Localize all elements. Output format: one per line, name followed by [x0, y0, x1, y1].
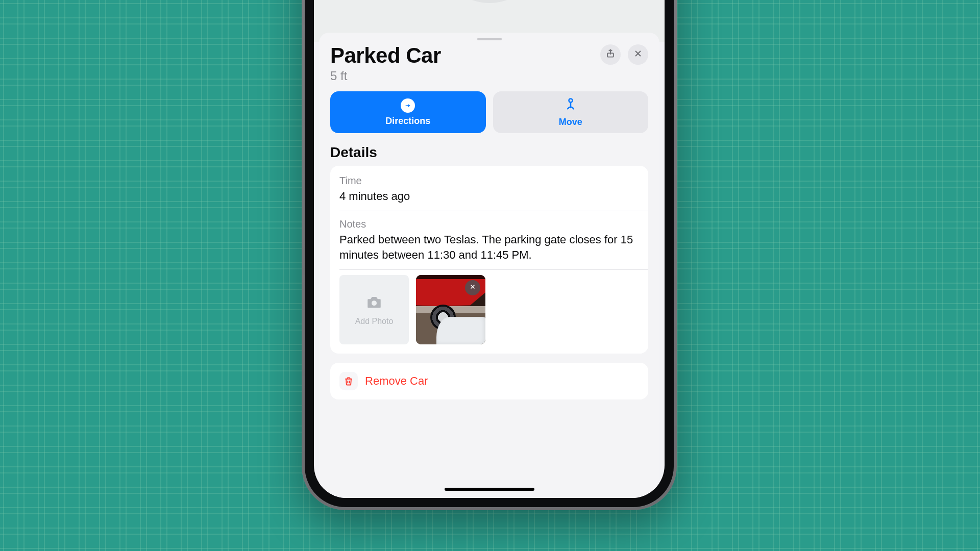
phone-screen: Parked Car 5 ft	[314, 0, 665, 498]
share-icon	[605, 48, 616, 61]
action-buttons-row: Directions Move	[319, 88, 659, 140]
close-icon	[633, 48, 643, 61]
directions-button[interactable]: Directions	[330, 91, 486, 133]
remove-car-button[interactable]: Remove Car	[330, 363, 648, 399]
trash-icon	[339, 372, 358, 390]
photo-content	[436, 317, 485, 344]
sheet-header: Parked Car 5 ft	[319, 43, 659, 88]
phone-frame: Parked Car 5 ft	[302, 0, 677, 510]
directions-label: Directions	[385, 116, 430, 127]
svg-point-2	[372, 301, 377, 306]
share-button[interactable]	[600, 44, 621, 65]
time-row: Time 4 minutes ago	[330, 168, 648, 211]
directions-icon	[401, 98, 415, 113]
move-label: Move	[559, 117, 582, 128]
move-pin-icon	[564, 97, 578, 114]
header-actions	[600, 44, 648, 65]
close-icon	[469, 283, 476, 292]
time-value: 4 minutes ago	[339, 189, 639, 204]
notes-value: Parked between two Teslas. The parking g…	[339, 232, 639, 262]
details-section-title: Details	[319, 140, 659, 166]
camera-icon	[365, 293, 383, 313]
notes-row[interactable]: Notes Parked between two Teslas. The par…	[330, 211, 648, 269]
move-button[interactable]: Move	[493, 91, 649, 133]
sheet-subtitle: 5 ft	[330, 69, 648, 83]
add-photo-label: Add Photo	[355, 317, 394, 326]
add-photo-button[interactable]: Add Photo	[339, 275, 409, 344]
remove-card: Remove Car	[330, 363, 648, 399]
sheet-grabber[interactable]	[477, 38, 502, 40]
parked-car-sheet: Parked Car 5 ft	[319, 33, 659, 498]
details-card: Time 4 minutes ago Notes Parked between …	[330, 166, 648, 354]
remove-car-label: Remove Car	[365, 374, 428, 388]
home-indicator[interactable]	[445, 488, 534, 491]
close-button[interactable]	[628, 44, 648, 65]
time-label: Time	[339, 175, 639, 187]
photo-thumbnail[interactable]	[416, 275, 485, 344]
photos-row: Add Photo	[330, 270, 648, 344]
notes-label: Notes	[339, 218, 639, 230]
